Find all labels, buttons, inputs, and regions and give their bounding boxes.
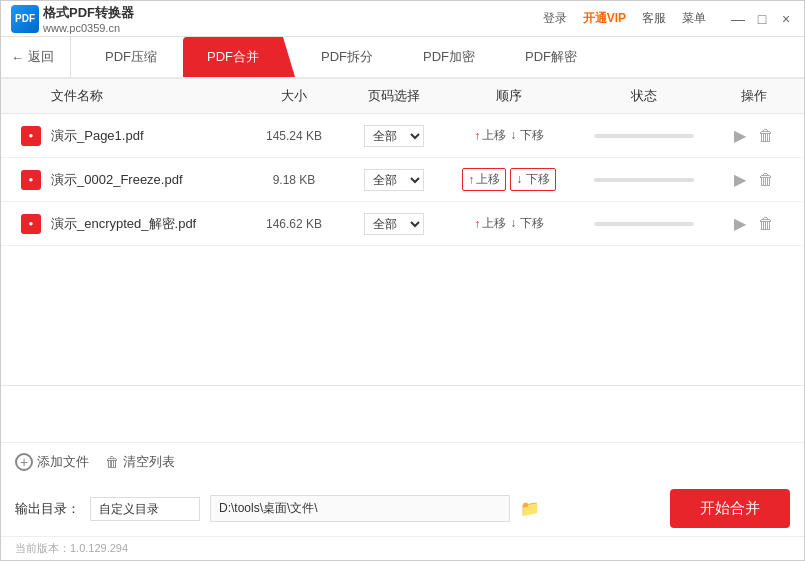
up-arrow-icon: ↑ [468, 173, 474, 187]
tab-pdf-split-label: PDF拆分 [321, 48, 373, 66]
add-file-button[interactable]: + 添加文件 [15, 453, 89, 471]
clear-list-label: 清空列表 [123, 453, 175, 471]
app-logo-icon: PDF [11, 5, 39, 33]
pdf-file-icon: ● [21, 214, 41, 234]
order-col: ↑ 上移 ↓ 下移 [444, 168, 574, 191]
title-bar-right: 登录 开通VIP 客服 菜单 — □ × [543, 10, 794, 27]
file-size: 9.18 KB [244, 173, 344, 187]
action-col: ▶ 🗑 [714, 126, 794, 145]
version-label: 当前版本：1.0.129.294 [15, 542, 128, 554]
th-page-select: 页码选择 [344, 87, 444, 105]
output-directory-select[interactable]: 自定义目录 [90, 497, 200, 521]
th-order: 顺序 [444, 87, 574, 105]
move-down-button[interactable]: ↓ 下移 [510, 168, 555, 191]
tab-pdf-compress[interactable]: PDF压缩 [81, 37, 181, 77]
tab-pdf-decrypt[interactable]: PDF解密 [501, 37, 601, 77]
file-table-body: ● 演示_Page1.pdf 145.24 KB 全部 ↑ 上移 ↓ 下移 [1, 114, 804, 442]
pdf-file-icon: ● [21, 170, 41, 190]
output-label: 输出目录： [15, 500, 80, 518]
row-icon: ● [11, 126, 51, 146]
row-icon: ● [11, 170, 51, 190]
action-col: ▶ 🗑 [714, 170, 794, 189]
service-button[interactable]: 客服 [642, 10, 666, 27]
file-size: 145.24 KB [244, 129, 344, 143]
move-down-button[interactable]: ↓ 下移 [510, 215, 543, 232]
tab-pdf-decrypt-label: PDF解密 [525, 48, 577, 66]
title-bar: PDF 格式PDF转换器 www.pc0359.cn 登录 开通VIP 客服 菜… [1, 1, 804, 37]
move-up-button[interactable]: ↑ 上移 [474, 215, 506, 232]
tab-pdf-compress-label: PDF压缩 [105, 48, 157, 66]
tab-pdf-merge[interactable]: PDF合并 [183, 37, 295, 77]
status-col [574, 134, 714, 138]
menu-button[interactable]: 菜单 [682, 10, 706, 27]
file-name: 演示_encrypted_解密.pdf [51, 215, 244, 233]
order-col: ↑ 上移 ↓ 下移 [444, 215, 574, 232]
tab-pdf-encrypt[interactable]: PDF加密 [399, 37, 499, 77]
row-icon: ● [11, 214, 51, 234]
play-button[interactable]: ▶ [734, 126, 746, 145]
file-name: 演示_0002_Freeze.pdf [51, 171, 244, 189]
back-button[interactable]: ← 返回 [11, 37, 71, 77]
page-select-cell: 全部 [344, 125, 444, 147]
back-label: 返回 [28, 48, 54, 66]
clear-list-button[interactable]: 🗑 清空列表 [105, 453, 175, 471]
output-select-wrap: 自定义目录 [90, 497, 200, 521]
page-select-cell: 全部 [344, 169, 444, 191]
close-button[interactable]: × [778, 11, 794, 27]
window-controls: — □ × [730, 11, 794, 27]
logo-area: PDF 格式PDF转换器 www.pc0359.cn [11, 4, 134, 34]
minimize-button[interactable]: — [730, 11, 746, 27]
maximize-button[interactable]: □ [754, 11, 770, 27]
th-action: 操作 [714, 87, 794, 105]
move-down-button[interactable]: ↓ 下移 [510, 127, 543, 144]
app-logo-text: 格式PDF转换器 [43, 4, 134, 22]
output-path-display: D:\tools\桌面\文件\ [210, 495, 510, 522]
status-col [574, 178, 714, 182]
start-merge-button[interactable]: 开始合并 [670, 489, 790, 528]
add-file-label: 添加文件 [37, 453, 89, 471]
action-col: ▶ 🗑 [714, 214, 794, 233]
folder-browse-icon[interactable]: 📁 [520, 499, 540, 518]
th-icon [11, 87, 51, 105]
version-bar: 当前版本：1.0.129.294 [1, 536, 804, 560]
title-bar-left: PDF 格式PDF转换器 www.pc0359.cn [11, 4, 134, 34]
add-icon: + [15, 453, 33, 471]
move-up-button[interactable]: ↑ 上移 [474, 127, 506, 144]
app-logo-subtitle: www.pc0359.cn [43, 22, 134, 34]
delete-button[interactable]: 🗑 [758, 215, 774, 233]
file-size: 146.62 KB [244, 217, 344, 231]
bottom-toolbar: + 添加文件 🗑 清空列表 [1, 442, 804, 481]
move-up-button[interactable]: ↑ 上移 [462, 168, 506, 191]
status-progress-bar [594, 222, 694, 226]
up-arrow-icon: ↑ [474, 129, 480, 143]
table-row: ● 演示_Page1.pdf 145.24 KB 全部 ↑ 上移 ↓ 下移 [1, 114, 804, 158]
delete-button[interactable]: 🗑 [758, 171, 774, 189]
delete-button[interactable]: 🗑 [758, 127, 774, 145]
play-button[interactable]: ▶ [734, 170, 746, 189]
vip-button[interactable]: 开通VIP [583, 10, 626, 27]
trash-icon: 🗑 [105, 454, 119, 470]
login-button[interactable]: 登录 [543, 10, 567, 27]
page-select-dropdown[interactable]: 全部 [364, 125, 424, 147]
th-size: 大小 [244, 87, 344, 105]
main-content: 文件名称 大小 页码选择 顺序 状态 操作 ● 演示_Page1.pdf 145… [1, 79, 804, 560]
back-arrow-icon: ← [11, 50, 24, 65]
tab-pdf-merge-label: PDF合并 [207, 48, 259, 66]
up-arrow-icon: ↑ [474, 217, 480, 231]
table-row: ● 演示_0002_Freeze.pdf 9.18 KB 全部 ↑ 上移 ↓ 下… [1, 158, 804, 202]
nav-area: ← 返回 PDF压缩 PDF合并 PDF拆分 PDF加密 PDF解密 [1, 37, 804, 79]
tab-pdf-split[interactable]: PDF拆分 [297, 37, 397, 77]
th-status: 状态 [574, 87, 714, 105]
output-row: 输出目录： 自定义目录 D:\tools\桌面\文件\ 📁 开始合并 [1, 481, 804, 536]
status-col [574, 222, 714, 226]
page-select-dropdown[interactable]: 全部 [364, 169, 424, 191]
status-progress-bar [594, 134, 694, 138]
table-row: ● 演示_encrypted_解密.pdf 146.62 KB 全部 ↑ 上移 … [1, 202, 804, 246]
status-progress-bar [594, 178, 694, 182]
tab-pdf-encrypt-label: PDF加密 [423, 48, 475, 66]
play-button[interactable]: ▶ [734, 214, 746, 233]
page-select-cell: 全部 [344, 213, 444, 235]
app-window: PDF 格式PDF转换器 www.pc0359.cn 登录 开通VIP 客服 菜… [0, 0, 805, 561]
empty-table-area [1, 246, 804, 386]
page-select-dropdown[interactable]: 全部 [364, 213, 424, 235]
